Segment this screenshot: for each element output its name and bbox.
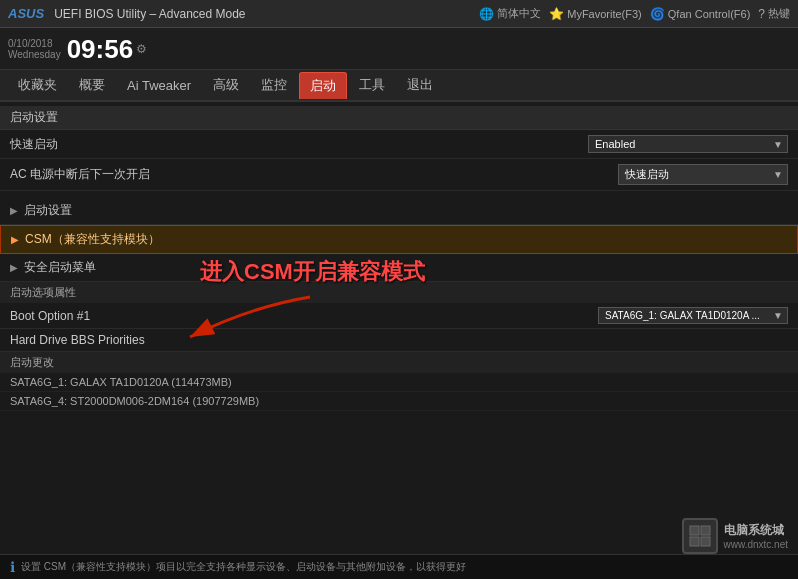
qfan-btn[interactable]: 🌀 Qfan Control(F6) xyxy=(650,7,751,21)
question-icon: ? xyxy=(758,7,765,21)
fast-boot-label: 快速启动 xyxy=(10,136,588,153)
tab-tool[interactable]: 工具 xyxy=(349,72,395,98)
main-nav: 收藏夹 概要 Ai Tweaker 高级 监控 启动 工具 退出 xyxy=(0,70,798,102)
settings-gear-icon[interactable]: ⚙ xyxy=(136,42,147,56)
ac-power-value-container: 快速启动 ▼ xyxy=(618,164,788,185)
tab-overview[interactable]: 概要 xyxy=(69,72,115,98)
tab-exit[interactable]: 退出 xyxy=(397,72,443,98)
watermark-url: www.dnxtc.net xyxy=(724,539,788,550)
watermark-text-block: 电脑系统城 www.dnxtc.net xyxy=(724,522,788,550)
fast-boot-value-container: Enabled ▼ xyxy=(588,135,788,153)
datetime-row: 0/10/2018 Wednesday 09:56 ⚙ xyxy=(0,28,798,70)
csm-expand-arrow-icon: ▶ xyxy=(11,234,19,245)
dropdown-arrow-icon: ▼ xyxy=(773,139,783,150)
ac-power-row: AC 电源中断后下一次开启 快速启动 ▼ xyxy=(0,159,798,191)
boot-dropdown-arrow-icon: ▼ xyxy=(773,310,783,321)
bottom-info-text: 设置 CSM（兼容性支持模块）项目以完全支持各种显示设备、启动设备与其他附加设备… xyxy=(21,560,466,574)
svg-rect-4 xyxy=(701,537,710,546)
ac-power-value: 快速启动 xyxy=(625,167,669,182)
bios-content: 启动设置 快速启动 Enabled ▼ AC 电源中断后下一次开启 快速启动 ▼… xyxy=(0,102,798,579)
svg-rect-2 xyxy=(701,526,710,535)
boot-change-header: 启动更改 xyxy=(0,352,798,373)
top-bar-right: 🌐 简体中文 ⭐ MyFavorite(F3) 🌀 Qfan Control(F… xyxy=(479,6,790,21)
info-icon: ℹ xyxy=(10,559,15,575)
boot-option-1-label: Boot Option #1 xyxy=(10,309,598,323)
security-boot-label: 安全启动菜单 xyxy=(24,259,96,276)
language-icon: 🌐 xyxy=(479,7,494,21)
watermark-brand: 电脑系统城 xyxy=(724,522,788,539)
myfavorite-label: MyFavorite(F3) xyxy=(567,8,642,20)
boot-settings-expand[interactable]: ▶ 启动设置 xyxy=(0,197,798,225)
boot-settings-expand-label: 启动设置 xyxy=(24,202,72,219)
language-label: 简体中文 xyxy=(497,6,541,21)
svg-rect-3 xyxy=(690,537,699,546)
csm-label: CSM（兼容性支持模块） xyxy=(25,231,160,248)
top-bar: ASUS UEFI BIOS Utility – Advanced Mode 🌐… xyxy=(0,0,798,28)
hdd-priorities-row: Hard Drive BBS Priorities xyxy=(0,329,798,352)
myfavorite-btn[interactable]: ⭐ MyFavorite(F3) xyxy=(549,7,642,21)
watermark-logo-svg xyxy=(688,524,712,548)
boot-change-item-2: SATA6G_4: ST2000DM006-2DM164 (1907729MB) xyxy=(0,392,798,411)
tab-favorites[interactable]: 收藏夹 xyxy=(8,72,67,98)
boot-option-1-value: SATA6G_1: GALAX TA1D0120A ... xyxy=(605,310,760,321)
boot-option-1-row: Boot Option #1 SATA6G_1: GALAX TA1D0120A… xyxy=(0,303,798,329)
security-boot-expand[interactable]: ▶ 安全启动菜单 xyxy=(0,254,798,282)
asus-logo: ASUS xyxy=(8,6,44,21)
expand-arrow-icon: ▶ xyxy=(10,205,18,216)
boot-options-header: 启动选项属性 xyxy=(0,282,798,303)
boot-change-item-1: SATA6G_1: GALAX TA1D0120A (114473MB) xyxy=(0,373,798,392)
boot-option-1-dropdown[interactable]: SATA6G_1: GALAX TA1D0120A ... ▼ xyxy=(598,307,788,324)
hotkey-label: 热键 xyxy=(768,6,790,21)
date-line1: 0/10/2018 xyxy=(8,38,61,49)
clock-display: 09:56 xyxy=(67,36,134,62)
bottom-info-bar: ℹ 设置 CSM（兼容性支持模块）项目以完全支持各种显示设备、启动设备与其他附加… xyxy=(0,554,798,579)
ac-power-dropdown[interactable]: 快速启动 ▼ xyxy=(618,164,788,185)
security-expand-arrow-icon: ▶ xyxy=(10,262,18,273)
star-icon: ⭐ xyxy=(549,7,564,21)
date-line2: Wednesday xyxy=(8,49,61,60)
csm-expand-row[interactable]: ▶ CSM（兼容性支持模块） xyxy=(0,225,798,254)
tab-boot[interactable]: 启动 xyxy=(299,72,347,99)
section-header-boot: 启动设置 xyxy=(0,106,798,130)
tab-ai-tweaker[interactable]: Ai Tweaker xyxy=(117,74,201,97)
watermark-icon xyxy=(682,518,718,554)
date-block: 0/10/2018 Wednesday xyxy=(8,38,61,60)
hotkey-btn[interactable]: ? 热键 xyxy=(758,6,790,21)
fast-boot-dropdown[interactable]: Enabled ▼ xyxy=(588,135,788,153)
fast-boot-row: 快速启动 Enabled ▼ xyxy=(0,130,798,159)
qfan-label: Qfan Control(F6) xyxy=(668,8,751,20)
tab-monitor[interactable]: 监控 xyxy=(251,72,297,98)
ac-power-label: AC 电源中断后下一次开启 xyxy=(10,166,618,183)
hdd-priorities-label: Hard Drive BBS Priorities xyxy=(10,333,788,347)
tab-advanced[interactable]: 高级 xyxy=(203,72,249,98)
language-selector[interactable]: 🌐 简体中文 xyxy=(479,6,541,21)
fan-icon: 🌀 xyxy=(650,7,665,21)
fast-boot-value: Enabled xyxy=(595,138,635,150)
bios-title: UEFI BIOS Utility – Advanced Mode xyxy=(54,7,245,21)
watermark: 电脑系统城 www.dnxtc.net xyxy=(682,518,788,554)
ac-dropdown-arrow-icon: ▼ xyxy=(773,169,783,180)
svg-rect-1 xyxy=(690,526,699,535)
